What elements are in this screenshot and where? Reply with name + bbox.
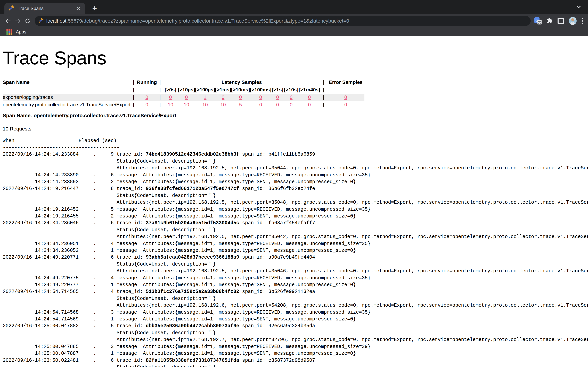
pipe-separator: | [130,101,137,108]
sample-count-link[interactable]: 1 [204,94,206,100]
forward-button[interactable] [13,16,23,26]
pipe-separator: | [157,86,163,94]
pipe-separator: | [130,86,137,94]
table-cell [137,86,157,94]
latency-count: 0 [284,101,299,108]
request-log: When Elapsed (sec) ---------------------… [3,137,588,367]
new-tab-button[interactable]: + [90,3,99,13]
sample-count-link[interactable]: 0 [276,102,279,107]
span-row: opentelemetry.proto.collector.trace.v1.T… [3,101,364,108]
back-button[interactable] [3,16,13,26]
address-bar[interactable]: localhost:55679/debug/tracez?zspanname=o… [35,16,531,26]
sample-count-link[interactable]: 10 [168,102,173,107]
bookmarks-bar: Apps [0,27,588,36]
sample-count-link[interactable]: 0 [290,94,293,100]
col-running: Running [137,79,157,86]
pipe-separator: | [157,94,163,101]
tab-search-chevron-icon[interactable] [576,5,582,9]
pipe-separator: | [157,79,163,86]
browser-tab[interactable]: Trace Spans × [4,3,85,14]
col-span-name: Span Name [3,79,130,86]
tab-close-icon[interactable]: × [76,5,81,12]
url-host: localhost [46,18,66,24]
col-latency-samples: Latency Samples [163,79,320,86]
latency-bucket-label: [>0s] [163,86,178,94]
url-text: localhost:55679/debug/tracez?zspanname=o… [46,18,349,24]
opentelemetry-favicon-icon [8,5,14,12]
sample-count-link[interactable]: 0 [146,94,148,100]
trace-id: 936fa38fcfed661712ba547f5ed747cf [146,186,239,192]
sample-count-link[interactable]: 0 [344,102,347,107]
sample-count-link[interactable]: 0 [222,94,225,100]
request-count: 10 Requests [3,126,588,132]
pipe-separator: | [320,101,327,108]
sample-count-link[interactable]: 0 [259,102,262,107]
latency-bucket-label: [>10ms] [231,86,250,94]
trace-id: dbb35e25936a90b4472cabb89073af9e [146,323,239,329]
sample-count-link[interactable]: 0 [169,94,172,100]
latency-count: 0 [299,94,320,101]
latency-count: 0 [271,94,284,101]
sample-count-link[interactable]: 0 [185,94,188,100]
latency-count: 1 [195,94,215,101]
extensions-puzzle-icon[interactable] [546,17,553,25]
pipe-separator: | [130,79,137,86]
latency-count: 5 [231,101,250,108]
latency-bucket-label: [>10µs] [178,86,195,94]
span-name-cell: exporter/logging/traces [3,94,130,101]
page-content: Trace Spans Span Name | Running | Latenc… [0,36,588,367]
side-panel-icon[interactable] [558,18,564,24]
error-count: 0 [327,101,364,108]
latency-count: 0 [250,101,272,108]
pipe-separator: | [130,94,137,101]
site-favicon-icon [38,18,43,24]
tab-title: Trace Spans [18,6,76,11]
sample-count-link[interactable]: 0 [290,102,293,107]
sample-count-link[interactable]: 0 [276,94,279,100]
running-count: 0 [137,94,157,101]
reload-button[interactable] [23,16,33,26]
latency-count: 10 [195,101,215,108]
latency-bucket-label: [>100ms] [250,86,272,94]
sample-count-link[interactable]: 0 [259,94,262,100]
trace-id: 82fa11055b338efcd733187347651fda [146,358,239,363]
browser-toolbar: localhost:55679/debug/tracez?zspanname=o… [0,14,588,27]
trace-id: 93abb5afcaa0428d37bccee9366188a9 [146,255,239,260]
col-error-samples: Error Samples [327,79,364,86]
latency-bucket-label: [>1m40s] [299,86,320,94]
page-title: Trace Spans [3,47,588,69]
latency-count: 10 [163,101,178,108]
bookmark-apps[interactable]: Apps [16,29,26,35]
latency-count: 0 [215,94,231,101]
sample-count-link[interactable]: 0 [308,102,311,107]
latency-count: 0 [271,101,284,108]
span-name-cell: opentelemetry.proto.collector.trace.v1.T… [3,101,130,108]
sample-count-link[interactable]: 0 [146,102,148,107]
sample-count-link[interactable]: 0 [344,94,347,100]
latency-count: 0 [299,101,320,108]
sample-count-link[interactable]: 10 [220,102,226,107]
latency-bucket-label: [>10s] [284,86,299,94]
latency-count: 0 [284,94,299,101]
latency-count: 0 [163,94,178,101]
apps-grid-icon[interactable] [7,29,12,35]
trace-id: 37a81c9b615b204a6e515df533004d5c [146,220,239,226]
sample-count-link[interactable]: 0 [239,94,242,100]
pipe-separator: | [157,101,163,108]
pipe-separator: | [320,94,327,101]
trace-id: 74be418390512c42346cddb02e38bb3f [146,151,239,157]
sample-count-link[interactable]: 0 [308,94,311,100]
sample-count-link[interactable]: 10 [202,102,208,107]
pipe-separator: | [320,79,327,86]
sample-count-link[interactable]: 5 [239,102,242,107]
table-cell [327,86,364,94]
sample-count-link[interactable]: 10 [184,102,189,107]
chrome-menu-icon[interactable] [581,17,584,25]
profile-avatar[interactable] [569,17,577,25]
latency-bucket-label: [>1ms] [215,86,231,94]
latency-bucket-label: [>1s] [271,86,284,94]
translate-icon[interactable]: G文 [534,17,542,25]
latency-bucket-label: [>100µs] [195,86,215,94]
pipe-separator: | [320,86,327,94]
trace-id: 513b3f1c276a7159c5a2a33b88b4fc82 [146,289,239,294]
